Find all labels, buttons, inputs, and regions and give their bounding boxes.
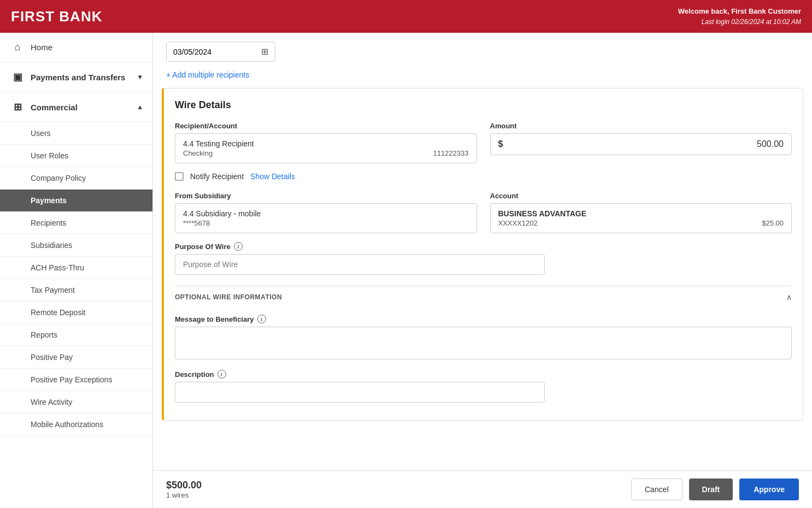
sidebar-item-remote-deposit[interactable]: Remote Deposit (0, 302, 152, 324)
draft-button[interactable]: Draft (689, 479, 733, 500)
wire-details-card: Wire Details Recipient/Account 4.4 Testi… (162, 88, 803, 421)
header: FIRST BANK Welcome back, First Bank Cust… (0, 0, 812, 33)
recipient-amount-row: Recipient/Account 4.4 Testing Recipient … (175, 122, 792, 163)
optional-section: OPTIONAL WIRE INFORMATION ∧ Message to B… (175, 286, 792, 409)
welcome-text: Welcome back, First Bank Customer (678, 6, 801, 17)
notify-checkbox[interactable] (175, 172, 184, 181)
content-inner: ⊞ + Add multiple recipients Wire Details… (153, 33, 812, 508)
sidebar-item-payments-transfers[interactable]: ▣ Payments and Transfers ▾ (0, 62, 152, 92)
sidebar-item-company-policy[interactable]: Company Policy (0, 167, 152, 190)
account-balance: $25.00 (762, 219, 784, 227)
sidebar-item-ach-pass-thru[interactable]: ACH Pass-Thru (0, 257, 152, 279)
calendar-icon: ⊞ (261, 46, 268, 57)
show-details-link[interactable]: Show Details (250, 172, 295, 181)
home-icon: ⌂ (11, 42, 24, 53)
sidebar-item-mobile-auth[interactable]: Mobile Authorizations (0, 414, 152, 436)
message-label: Message to Beneficiary i (175, 315, 792, 323)
account-label: Account (490, 192, 792, 200)
card-icon: ▣ (11, 71, 24, 83)
message-textarea[interactable] (175, 327, 792, 359)
subsidiary-account-row: From Subsidiary 4.4 Subsidiary - mobile … (175, 192, 792, 233)
bottom-bar: $500.00 1 wires Cancel Draft Approve (153, 470, 812, 508)
recipient-account-row: Checking 111222333 (183, 149, 469, 157)
sidebar-item-tax-payment[interactable]: Tax Payment (0, 279, 152, 302)
add-recipients-row: + Add multiple recipients (153, 62, 812, 88)
message-info-icon[interactable]: i (257, 315, 266, 323)
amount-dollar-sign: $ (498, 139, 503, 149)
recipient-label: Recipient/Account (175, 122, 477, 130)
sidebar-item-home[interactable]: ⌂ Home (0, 33, 152, 62)
bottom-actions: Cancel Draft Approve (631, 479, 799, 500)
sidebar-item-reports[interactable]: Reports (0, 324, 152, 346)
subsidiary-box: 4.4 Subsidiary - mobile ****5678 (175, 203, 477, 233)
account-box: BUSINESS ADVANTAGE XXXXX1202 $25.00 (490, 203, 792, 233)
notify-label: Notify Recipient (190, 172, 244, 181)
bottom-summary: $500.00 1 wires (166, 480, 202, 499)
sidebar-payments-label: Payments and Transfers (31, 73, 125, 82)
from-subsidiary-label: From Subsidiary (175, 192, 477, 200)
sidebar-commercial-label: Commercial (31, 103, 78, 112)
recipient-type: Checking (183, 149, 213, 157)
subsidiary-account: ****5678 (183, 219, 469, 227)
content-area: ⊞ + Add multiple recipients Wire Details… (153, 33, 812, 508)
sidebar-item-recipients[interactable]: Recipients (0, 212, 152, 234)
bottom-total: $500.00 (166, 480, 202, 491)
wire-details-title: Wire Details (175, 99, 792, 111)
date-input[interactable] (173, 48, 250, 56)
date-input-wrapper[interactable]: ⊞ (166, 42, 275, 62)
amount-box[interactable]: $ (490, 133, 792, 155)
amount-group: Amount $ (490, 122, 792, 163)
message-group: Message to Beneficiary i (175, 315, 792, 361)
account-number: XXXXX1202 (498, 219, 538, 227)
sidebar-item-payments[interactable]: Payments (0, 190, 152, 212)
sidebar-item-positive-pay-exceptions[interactable]: Positive Pay Exceptions (0, 369, 152, 391)
subsidiary-name: 4.4 Subsidiary - mobile (183, 209, 469, 218)
logo: FIRST BANK (11, 8, 102, 25)
bottom-wires-count: 1 wires (166, 491, 202, 499)
sidebar-item-positive-pay[interactable]: Positive Pay (0, 346, 152, 369)
description-input[interactable] (175, 382, 545, 403)
sidebar-item-commercial[interactable]: ⊞ Commercial ▴ (0, 92, 152, 122)
purpose-label: Purpose Of Wire i (175, 242, 792, 251)
last-login-text: Last login 02/26/2024 at 10:02 AM (678, 17, 801, 27)
recipient-name: 4.4 Testing Recipient (183, 139, 469, 148)
sidebar-item-wire-activity[interactable]: Wire Activity (0, 391, 152, 414)
chevron-down-icon: ▾ (138, 73, 142, 81)
purpose-input[interactable] (175, 254, 545, 275)
sidebar-item-user-roles[interactable]: User Roles (0, 145, 152, 167)
recipient-box: 4.4 Testing Recipient Checking 111222333 (175, 133, 477, 163)
account-details-row: XXXXX1202 $25.00 (498, 219, 784, 227)
purpose-info-icon[interactable]: i (234, 242, 243, 251)
description-group: Description i (175, 370, 792, 403)
sidebar: ⌂ Home ▣ Payments and Transfers ▾ ⊞ Comm… (0, 33, 153, 508)
optional-header[interactable]: OPTIONAL WIRE INFORMATION ∧ (175, 286, 792, 308)
description-label: Description i (175, 370, 792, 379)
cancel-button[interactable]: Cancel (631, 479, 682, 500)
date-row: ⊞ (153, 33, 812, 62)
building-icon: ⊞ (11, 101, 24, 113)
from-subsidiary-group: From Subsidiary 4.4 Subsidiary - mobile … (175, 192, 477, 233)
sidebar-item-subsidiaries[interactable]: Subsidiaries (0, 234, 152, 257)
optional-title: OPTIONAL WIRE INFORMATION (175, 293, 282, 301)
recipient-account-number: 111222333 (433, 149, 468, 157)
recipient-group: Recipient/Account 4.4 Testing Recipient … (175, 122, 477, 163)
purpose-group: Purpose Of Wire i (175, 242, 792, 275)
amount-input[interactable] (507, 139, 784, 149)
optional-content: Message to Beneficiary i Description i (175, 308, 792, 409)
chevron-up-icon: ∧ (786, 293, 792, 302)
add-recipients-link[interactable]: + Add multiple recipients (166, 70, 249, 79)
chevron-up-icon: ▴ (138, 103, 142, 111)
account-name: BUSINESS ADVANTAGE (498, 209, 784, 218)
approve-button[interactable]: Approve (739, 479, 799, 500)
sidebar-item-users[interactable]: Users (0, 122, 152, 145)
notify-row: Notify Recipient Show Details (175, 172, 792, 181)
amount-label: Amount (490, 122, 792, 130)
header-user-info: Welcome back, First Bank Customer Last l… (678, 6, 801, 27)
description-info-icon[interactable]: i (217, 370, 226, 379)
main-layout: ⌂ Home ▣ Payments and Transfers ▾ ⊞ Comm… (0, 33, 812, 508)
sidebar-home-label: Home (31, 43, 52, 52)
account-group: Account BUSINESS ADVANTAGE XXXXX1202 $25… (490, 192, 792, 233)
